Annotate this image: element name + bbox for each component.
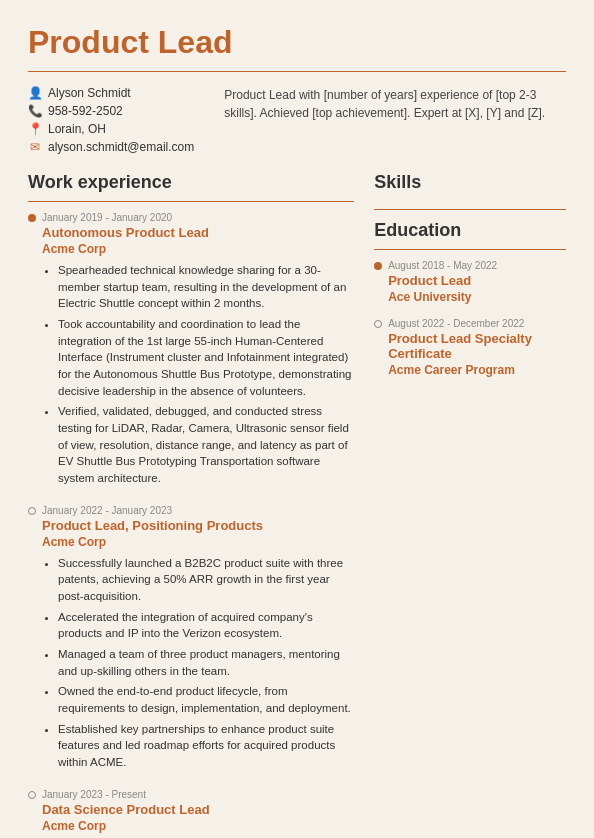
edu-date-0: August 2018 - May 2022 xyxy=(388,260,566,271)
job-bullet-0-1: Took accountability and coordination to … xyxy=(58,316,354,399)
education-divider xyxy=(374,249,566,250)
job-bullet-1-0: Successfully launched a B2B2C product su… xyxy=(58,555,354,605)
job-bullets-0: Spearheaded technical knowledge sharing … xyxy=(42,262,354,487)
job-title-0: Autonomous Product Lead xyxy=(42,225,354,240)
job-title-1: Product Lead, Positioning Products xyxy=(42,518,354,533)
job-entry-0: January 2019 - January 2020Autonomous Pr… xyxy=(28,212,354,487)
contact-phone: 958-592-2502 xyxy=(48,104,123,118)
job-bullet-1-1: Accelerated the integration of acquired … xyxy=(58,609,354,642)
left-column: Work experience January 2019 - January 2… xyxy=(28,172,354,838)
job-bullets-1: Successfully launched a B2B2C product su… xyxy=(42,555,354,771)
jobs-list: January 2019 - January 2020Autonomous Pr… xyxy=(28,212,354,838)
job-company-1: Acme Corp xyxy=(42,535,354,549)
edu-dot-1 xyxy=(374,320,382,328)
edu-entry-0: August 2018 - May 2022Product LeadAce Un… xyxy=(374,260,566,304)
email-icon: ✉ xyxy=(28,140,42,154)
edu-degree-0: Product Lead xyxy=(388,273,566,288)
edu-date-1: August 2022 - December 2022 xyxy=(388,318,566,329)
skills-divider xyxy=(374,209,566,210)
edu-degree-1: Product Lead Specialty Certificate xyxy=(388,331,566,361)
job-date-2: January 2023 - Present xyxy=(42,789,354,800)
work-experience-heading: Work experience xyxy=(28,172,354,193)
skills-heading: Skills xyxy=(374,172,566,193)
contact-name-item: 👤 Alyson Schmidt xyxy=(28,86,194,100)
education-heading: Education xyxy=(374,220,566,241)
job-date-0: January 2019 - January 2020 xyxy=(42,212,354,223)
contact-name: Alyson Schmidt xyxy=(48,86,131,100)
job-date-1: January 2022 - January 2023 xyxy=(42,505,354,516)
edu-school-1: Acme Career Program xyxy=(388,363,566,377)
contact-location-item: 📍 Lorain, OH xyxy=(28,122,194,136)
summary-text: Product Lead with [number of years] expe… xyxy=(224,86,566,154)
work-experience-divider xyxy=(28,201,354,202)
edu-dot-0 xyxy=(374,262,382,270)
job-title-2: Data Science Product Lead xyxy=(42,802,354,817)
job-entry-1: January 2022 - January 2023Product Lead,… xyxy=(28,505,354,771)
contact-email: alyson.schmidt@email.com xyxy=(48,140,194,154)
edu-school-0: Ace University xyxy=(388,290,566,304)
job-dot-1 xyxy=(28,507,36,515)
contact-phone-item: 📞 958-592-2502 xyxy=(28,104,194,118)
job-bullet-0-0: Spearheaded technical knowledge sharing … xyxy=(58,262,354,312)
education-section: Education August 2018 - May 2022Product … xyxy=(374,220,566,377)
title-divider xyxy=(28,71,566,72)
job-dot-0 xyxy=(28,214,36,222)
main-content: Work experience January 2019 - January 2… xyxy=(28,172,566,838)
job-company-0: Acme Corp xyxy=(42,242,354,256)
job-company-2: Acme Corp xyxy=(42,819,354,833)
job-bullet-0-2: Verified, validated, debugged, and condu… xyxy=(58,403,354,486)
resume-page: Product Lead 👤 Alyson Schmidt 📞 958-592-… xyxy=(0,0,594,838)
job-entry-2: January 2023 - PresentData Science Produ… xyxy=(28,789,354,838)
edu-entry-1: August 2022 - December 2022Product Lead … xyxy=(374,318,566,377)
phone-icon: 📞 xyxy=(28,104,42,118)
job-dot-2 xyxy=(28,791,36,799)
person-icon: 👤 xyxy=(28,86,42,100)
contact-summary-section: 👤 Alyson Schmidt 📞 958-592-2502 📍 Lorain… xyxy=(28,86,566,154)
contact-email-item: ✉ alyson.schmidt@email.com xyxy=(28,140,194,154)
contact-info: 👤 Alyson Schmidt 📞 958-592-2502 📍 Lorain… xyxy=(28,86,194,154)
job-bullet-1-3: Owned the end-to-end product lifecycle, … xyxy=(58,683,354,716)
location-icon: 📍 xyxy=(28,122,42,136)
contact-location: Lorain, OH xyxy=(48,122,106,136)
job-bullet-1-4: Established key partnerships to enhance … xyxy=(58,721,354,771)
job-bullet-1-2: Managed a team of three product managers… xyxy=(58,646,354,679)
right-column: Skills Education August 2018 - May 2022P… xyxy=(374,172,566,838)
page-title: Product Lead xyxy=(28,24,566,61)
education-list: August 2018 - May 2022Product LeadAce Un… xyxy=(374,260,566,377)
